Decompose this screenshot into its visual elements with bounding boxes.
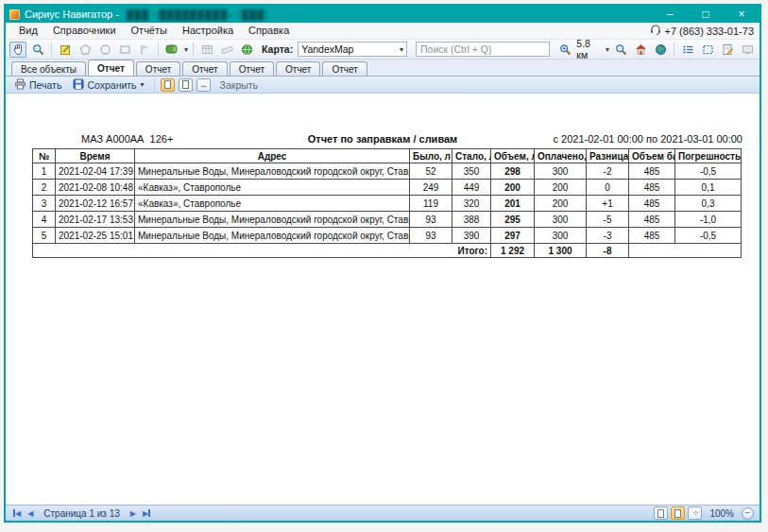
vehicle-icon[interactable]	[163, 42, 180, 58]
tab-1-active[interactable]: Отчет	[88, 60, 134, 76]
close-report-button[interactable]: Закрыть	[220, 79, 258, 91]
table-cell: Минеральные Воды, Минераловодский городс…	[135, 228, 410, 244]
tab-6[interactable]: Отчет	[322, 61, 367, 76]
map-scale[interactable]: 5.8 км ▾	[576, 38, 609, 60]
print-label: Печать	[29, 79, 61, 91]
table-cell: 449	[452, 180, 491, 196]
next-page-button[interactable]: ▶	[128, 507, 138, 520]
column-header: Стало, л	[452, 149, 491, 163]
zoom-in-icon[interactable]	[556, 42, 573, 58]
table-view-icon[interactable]	[198, 42, 215, 58]
list-icon[interactable]	[679, 42, 696, 58]
table-row: 52021-02-25 15:01Минеральные Воды, Минер…	[33, 228, 742, 244]
tab-2[interactable]: Отчет	[136, 61, 180, 76]
zoom-controls: ⁘ 100% −	[654, 506, 754, 520]
ruler-icon[interactable]	[218, 42, 235, 58]
table-cell: 2021-02-25 15:01	[56, 228, 135, 244]
rectangle-tool-icon[interactable]	[116, 42, 133, 58]
search-input[interactable]	[416, 42, 550, 57]
table-cell: -3	[587, 228, 629, 244]
table-total-cell: 1 292	[491, 244, 535, 258]
report-header: МАЗ А000АА 126+ Отчет по заправкам / сли…	[6, 133, 759, 146]
map-select[interactable]: YandexMap ▾	[298, 42, 407, 57]
save-label: Сохранить	[87, 79, 136, 91]
table-cell: 0,3	[675, 196, 742, 212]
column-header: Адрес	[135, 149, 410, 163]
app-icon	[9, 9, 20, 20]
tab-4[interactable]: Отчет	[230, 61, 274, 76]
view-fit-page-button[interactable]	[179, 78, 193, 92]
printer-icon	[14, 78, 26, 92]
save-dropdown-arrow[interactable]: ▾	[141, 80, 145, 89]
report-period: с 2021-02-01 00:00 по 2021-03-01 00:00	[554, 133, 742, 145]
support-phone: +7 (863) 333-01-73	[650, 25, 754, 37]
pan-tool-icon[interactable]	[9, 42, 26, 58]
page-icon	[657, 509, 664, 518]
table-cell: 201	[491, 196, 535, 212]
table-total-row: Итого:1 2921 300-8	[33, 244, 742, 258]
globe-refresh-icon[interactable]	[238, 42, 255, 58]
globe-icon[interactable]	[652, 42, 669, 58]
table-cell: Минеральные Воды, Минераловодский городс…	[135, 212, 410, 228]
maximize-button[interactable]: □	[688, 6, 724, 23]
tab-bar: Все объектыОтчетОтчетОтчетОтчетОтчетОтче…	[6, 60, 759, 77]
table-cell: -1,0	[675, 212, 742, 228]
table-cell: «Кавказ», Ставрополье	[135, 180, 410, 196]
edit-geozone-icon[interactable]	[57, 42, 74, 58]
table-cell: 350	[452, 163, 491, 180]
table-row: 32021-02-12 16:57«Кавказ», Ставрополье11…	[33, 196, 742, 212]
menu-item-0[interactable]: Вид	[11, 23, 45, 39]
select-area-icon[interactable]	[699, 42, 716, 58]
zoom-tool-icon[interactable]	[29, 42, 46, 58]
menu-item-4[interactable]: Справка	[241, 23, 297, 39]
fit-width-icon: ↔	[199, 80, 207, 90]
toolbar-separator	[674, 43, 674, 56]
zoom-search-icon[interactable]	[612, 42, 629, 58]
circle-tool-icon[interactable]	[96, 42, 113, 58]
print-button[interactable]: Печать	[10, 77, 65, 93]
home-icon[interactable]	[632, 42, 649, 58]
flag-tool-icon[interactable]	[136, 42, 153, 58]
menu-item-2[interactable]: Отчёты	[124, 23, 175, 39]
tab-3[interactable]: Отчет	[182, 61, 227, 76]
report-page: МАЗ А000АА 126+ Отчет по заправкам / сли…	[6, 94, 759, 505]
close-button[interactable]: ×	[724, 6, 759, 23]
table-cell: 2021-02-12 16:57	[56, 196, 135, 212]
tab-5[interactable]: Отчет	[276, 61, 320, 76]
first-page-button[interactable]: ◀	[11, 507, 23, 520]
zoom-out-button[interactable]: −	[742, 507, 754, 520]
layout-fit-button[interactable]	[671, 506, 685, 520]
vehicle-dropdown-arrow[interactable]: ▾	[184, 45, 188, 54]
minimize-button[interactable]: –	[652, 6, 688, 23]
status-bar: ◀ ◀ Страница 1 из 13 ▶ ▶ ⁘ 100% −	[6, 505, 759, 521]
layout-multi-button[interactable]: ⁘	[688, 506, 702, 520]
menu-item-3[interactable]: Настройка	[175, 23, 241, 39]
table-cell: 320	[452, 196, 491, 212]
column-header: Объем, л	[491, 149, 535, 163]
last-page-button[interactable]: ▶	[141, 507, 152, 520]
monitor-icon[interactable]	[739, 42, 756, 58]
view-fit-width-button[interactable]: ↔	[196, 78, 211, 92]
table-cell: -0,5	[675, 163, 742, 180]
table-row: 42021-02-17 13:53Минеральные Воды, Минер…	[33, 212, 742, 228]
table-cell: 300	[535, 228, 587, 244]
view-single-page-button[interactable]	[161, 78, 175, 92]
menu-item-1[interactable]: Справочники	[45, 23, 124, 39]
toolbar-separator	[193, 43, 194, 56]
column-header: Разница, л	[587, 149, 629, 163]
window-title: Сириус Навигатор -	[25, 9, 122, 20]
table-cell: 3	[33, 196, 56, 212]
table-cell: 300	[535, 212, 587, 228]
save-button[interactable]: Сохранить ▾	[69, 77, 147, 93]
report-table: №ВремяАдресБыло, лСтало, лОбъем, лОплаче…	[32, 148, 742, 258]
table-cell: -2	[587, 163, 629, 180]
prev-page-button[interactable]: ◀	[26, 507, 35, 520]
polygon-tool-icon[interactable]	[77, 42, 94, 58]
layout-single-button[interactable]	[654, 506, 668, 520]
page-indicator: Страница 1 из 13	[38, 508, 126, 519]
tab-0[interactable]: Все объекты	[11, 61, 86, 76]
table-cell: 0	[587, 180, 629, 196]
column-header: Время	[56, 149, 135, 163]
edit-report-icon[interactable]	[719, 42, 736, 58]
table-cell: 297	[491, 228, 535, 244]
